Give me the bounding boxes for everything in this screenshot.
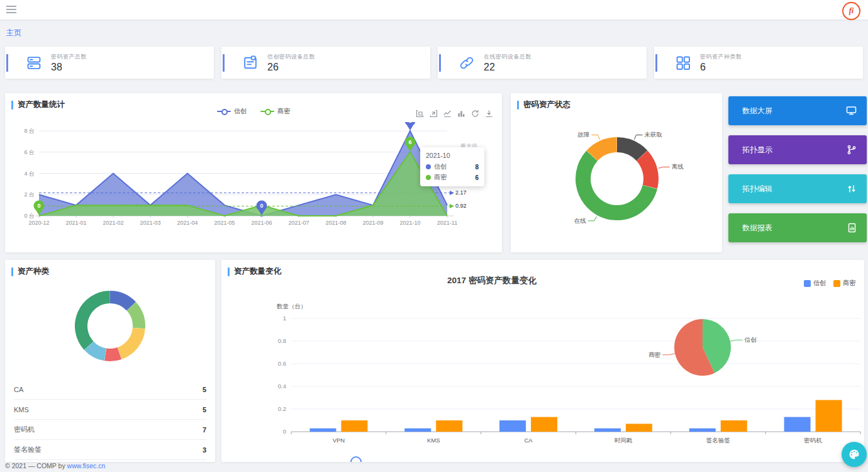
svg-text:离线: 离线 bbox=[672, 163, 684, 170]
svg-text:0: 0 bbox=[260, 203, 263, 209]
legend-item-shangmi[interactable]: 商密 bbox=[260, 107, 290, 116]
chart-tooltip: 2021-10 信创8 商密6 bbox=[420, 147, 484, 186]
quick-actions: 数据大屏 拓扑显示 拓扑编辑 数据报表 bbox=[728, 96, 867, 252]
svg-text:0: 0 bbox=[283, 428, 286, 435]
theme-fab-button[interactable] bbox=[842, 442, 867, 467]
legend-item-xinchuang[interactable]: 信创 bbox=[217, 107, 247, 116]
card-title-asset-change: 资产数量变化 bbox=[234, 266, 281, 277]
topology-view-button[interactable]: 拓扑显示 bbox=[728, 135, 867, 164]
bar-chart-icon[interactable] bbox=[457, 110, 465, 118]
svg-text:0.8: 0.8 bbox=[278, 337, 286, 344]
stat-value: 22 bbox=[484, 62, 531, 73]
svg-text:签名验签: 签名验签 bbox=[706, 437, 731, 444]
stat-card-asset-kinds: 密码资产种类数 6 bbox=[654, 47, 863, 79]
hamburger-menu-icon[interactable] bbox=[6, 6, 16, 13]
svg-text:KMS: KMS bbox=[427, 437, 440, 444]
stat-accent bbox=[223, 54, 225, 72]
stat-card-total-assets: 密码资产总数 38 bbox=[5, 47, 214, 79]
zoom-reset-icon[interactable] bbox=[430, 110, 438, 118]
svg-text:8: 8 bbox=[408, 122, 411, 124]
stats-row: 密码资产总数 38 信创密码设备总数 26 在线密码设备总数 22 密 bbox=[5, 47, 863, 79]
svg-text:2021-04: 2021-04 bbox=[177, 220, 198, 226]
report-icon bbox=[847, 223, 857, 233]
topology-edit-icon bbox=[847, 184, 857, 194]
svg-text:2021-10: 2021-10 bbox=[399, 220, 420, 226]
svg-text:6: 6 bbox=[408, 139, 411, 145]
legend-item-xinchuang[interactable]: 信创 bbox=[804, 279, 826, 288]
list-item: 密码机7 bbox=[14, 420, 206, 440]
link-icon bbox=[459, 55, 475, 71]
svg-text:VPN: VPN bbox=[333, 437, 345, 444]
legend-item-shangmi[interactable]: 商密 bbox=[833, 279, 855, 288]
fisec-logo-icon[interactable]: fi bbox=[842, 2, 860, 20]
svg-text:2021-08: 2021-08 bbox=[325, 220, 346, 226]
svg-text:2020-12: 2020-12 bbox=[28, 220, 49, 226]
bar-chart-legend: 信创 商密 bbox=[804, 279, 855, 288]
svg-text:2021-07: 2021-07 bbox=[288, 220, 309, 226]
asset-status-card: 密码资产状态 未获取离线在线故障 bbox=[511, 93, 722, 252]
topology-edit-button[interactable]: 拓扑编辑 bbox=[728, 174, 867, 203]
stat-value: 26 bbox=[267, 62, 315, 73]
server-icon bbox=[26, 55, 42, 71]
stat-value: 6 bbox=[700, 62, 742, 73]
breadcrumb[interactable]: 主页 bbox=[6, 28, 21, 38]
svg-text:2.17: 2.17 bbox=[455, 189, 467, 196]
zoom-select-icon[interactable] bbox=[416, 110, 424, 118]
legend-line-marker bbox=[217, 111, 231, 112]
asset-trend-card: 资产数量统计 信创 商密 2020-122021-012021-022021-0… bbox=[5, 93, 502, 252]
asset-change-bar-chart[interactable]: 00.20.40.60.81VPNKMSCA时间戳签名验签密码机 bbox=[231, 314, 864, 456]
legend-line-marker bbox=[260, 111, 274, 112]
y-axis-label: 数量（台） bbox=[277, 303, 307, 311]
svg-text:2021-06: 2021-06 bbox=[251, 220, 272, 226]
title-accent bbox=[517, 101, 519, 110]
svg-text:2021-11: 2021-11 bbox=[437, 220, 457, 226]
stat-card-online-devices: 在线密码设备总数 22 bbox=[438, 47, 647, 79]
stat-label: 在线密码设备总数 bbox=[484, 53, 531, 61]
refresh-icon[interactable] bbox=[471, 110, 479, 118]
monitor-icon bbox=[846, 106, 857, 116]
dashboard-page: fi 主页 密码资产总数 38 信创密码设备总数 26 在线 bbox=[0, 0, 868, 472]
stat-label: 信创密码设备总数 bbox=[267, 53, 315, 61]
top-navbar: fi bbox=[0, 0, 868, 20]
bar-chart-title: 2017 密码资产数量变化 bbox=[404, 275, 580, 286]
stat-accent bbox=[439, 54, 441, 72]
asset-trend-chart[interactable]: 2020-122021-012021-022021-032021-042021-… bbox=[10, 122, 496, 251]
svg-text:2021-09: 2021-09 bbox=[362, 220, 383, 226]
title-accent bbox=[228, 267, 230, 276]
footer: © 2021 — COMP by www.fisec.cn bbox=[5, 462, 105, 469]
list-item: KMS5 bbox=[14, 400, 206, 420]
list-item: CA5 bbox=[14, 379, 206, 400]
data-report-button[interactable]: 数据报表 bbox=[728, 213, 867, 242]
grid-icon bbox=[675, 55, 691, 71]
partial-indicator bbox=[350, 456, 362, 462]
asset-types-card: 资产种类 CA5 KMS5 密码机7 签名验签3 时间戳4 bbox=[5, 260, 215, 462]
svg-text:2021-05: 2021-05 bbox=[214, 220, 235, 226]
asset-types-donut-chart[interactable] bbox=[5, 278, 215, 378]
device-icon bbox=[242, 55, 259, 71]
topology-icon bbox=[847, 145, 857, 155]
svg-text:0.92: 0.92 bbox=[455, 203, 467, 209]
svg-text:1: 1 bbox=[283, 315, 286, 322]
card-title-asset-status: 密码资产状态 bbox=[523, 99, 570, 110]
chart-toolbox bbox=[416, 110, 493, 118]
svg-text:密码机: 密码机 bbox=[804, 437, 822, 444]
svg-text:未获取: 未获取 bbox=[645, 131, 663, 138]
svg-text:2021-02: 2021-02 bbox=[103, 220, 123, 226]
svg-text:0.6: 0.6 bbox=[278, 360, 286, 367]
svg-text:0.4: 0.4 bbox=[278, 383, 286, 390]
title-accent bbox=[11, 267, 13, 276]
download-icon[interactable] bbox=[485, 110, 493, 118]
svg-text:0 台: 0 台 bbox=[24, 213, 35, 219]
asset-status-donut-chart[interactable]: 未获取离线在线故障 bbox=[511, 111, 722, 249]
series-dot bbox=[426, 164, 431, 169]
fisec-link[interactable]: www.fisec.cn bbox=[67, 462, 106, 469]
svg-text:8 台: 8 台 bbox=[24, 128, 35, 134]
stat-accent bbox=[655, 54, 657, 72]
svg-text:故障: 故障 bbox=[577, 131, 589, 138]
svg-text:6 台: 6 台 bbox=[24, 149, 35, 155]
svg-text:在线: 在线 bbox=[574, 217, 587, 224]
svg-text:4 台: 4 台 bbox=[24, 171, 35, 177]
data-screen-button[interactable]: 数据大屏 bbox=[728, 96, 867, 125]
svg-text:0: 0 bbox=[37, 203, 40, 209]
line-chart-icon[interactable] bbox=[443, 110, 452, 118]
